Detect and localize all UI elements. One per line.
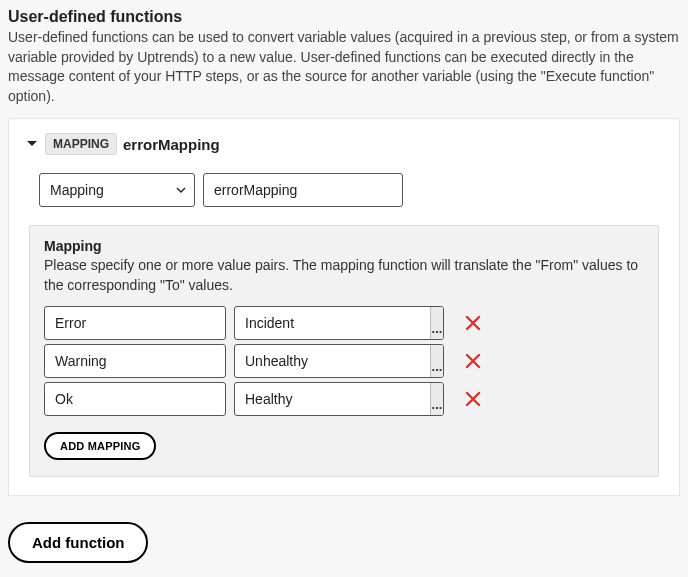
more-options-button[interactable]: ... — [430, 345, 443, 377]
mapping-from-input[interactable] — [44, 344, 226, 378]
section-description: User-defined functions can be used to co… — [0, 28, 688, 118]
mapping-to-wrap: ... — [234, 382, 444, 416]
mapping-box: Mapping Please specify one or more value… — [29, 225, 659, 476]
add-mapping-button[interactable]: ADD MAPPING — [44, 432, 156, 460]
mapping-from-input[interactable] — [44, 306, 226, 340]
delete-row-button[interactable] — [458, 353, 488, 369]
close-x-icon — [465, 353, 481, 369]
more-options-button[interactable]: ... — [430, 383, 443, 415]
type-select[interactable]: Mapping — [39, 173, 195, 207]
chevron-down-icon[interactable] — [25, 138, 39, 150]
mapping-row: ... — [44, 382, 644, 416]
type-select-value: Mapping — [50, 174, 104, 206]
mapping-to-wrap: ... — [234, 306, 444, 340]
type-badge: MAPPING — [45, 133, 117, 155]
mapping-description: Please specify one or more value pairs. … — [44, 256, 644, 295]
close-x-icon — [465, 391, 481, 407]
card-controls: Mapping — [39, 173, 663, 207]
mapping-to-input[interactable] — [235, 383, 430, 415]
card-title: errorMapping — [123, 136, 220, 153]
mapping-from-input[interactable] — [44, 382, 226, 416]
mapping-to-wrap: ... — [234, 344, 444, 378]
mapping-to-input[interactable] — [235, 345, 430, 377]
card-header[interactable]: MAPPING errorMapping — [25, 133, 663, 155]
mapping-row: ... — [44, 344, 644, 378]
delete-row-button[interactable] — [458, 391, 488, 407]
mapping-title: Mapping — [44, 238, 644, 254]
mapping-row: ... — [44, 306, 644, 340]
chevron-down-icon — [176, 174, 186, 206]
delete-row-button[interactable] — [458, 315, 488, 331]
add-function-button[interactable]: Add function — [8, 522, 148, 563]
function-card: MAPPING errorMapping Mapping Mapping Ple… — [8, 118, 680, 495]
more-options-button[interactable]: ... — [430, 307, 443, 339]
function-name-input[interactable] — [203, 173, 403, 207]
close-x-icon — [465, 315, 481, 331]
mapping-to-input[interactable] — [235, 307, 430, 339]
section-title: User-defined functions — [0, 0, 688, 28]
